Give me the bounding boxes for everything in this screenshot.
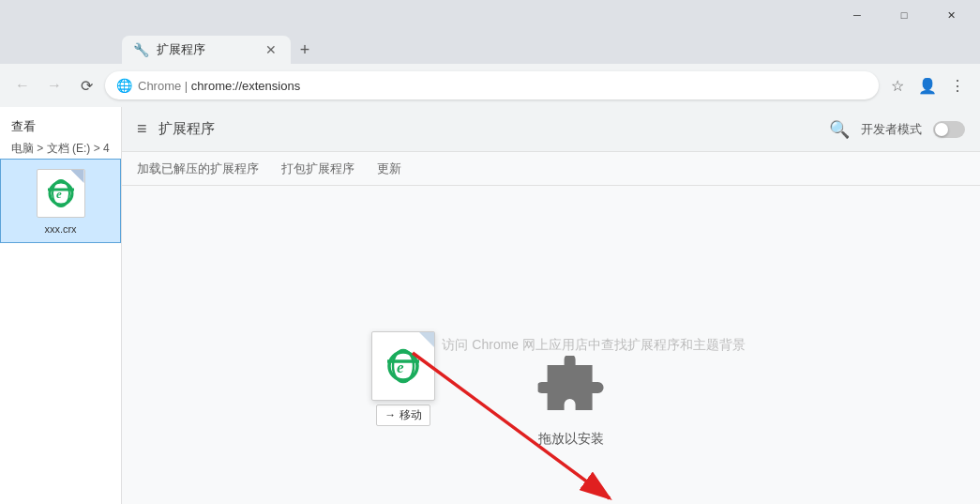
drop-label: 拖放以安装 <box>538 431 604 448</box>
toolbar-right: ☆ 👤 ⋮ <box>884 72 971 99</box>
forward-button[interactable]: → <box>41 72 68 99</box>
ext-menu-icon[interactable]: ≡ <box>137 119 147 139</box>
account-button[interactable]: 👤 <box>914 72 941 99</box>
store-watermark: 访问 Chrome 网上应用店中查找扩展程序和主题背景 <box>442 337 746 354</box>
drag-arrow <box>403 344 647 504</box>
move-badge: → 移动 <box>376 405 430 426</box>
extensions-header: ≡ 扩展程序 🔍 开发者模式 <box>122 107 980 152</box>
file-label: xxx.crx <box>44 223 76 235</box>
dev-mode-label: 开发者模式 <box>861 121 922 138</box>
refresh-button[interactable]: ⟳ <box>73 72 99 99</box>
tab-bar: 🔧 扩展程序 ✕ + <box>0 30 980 64</box>
ext-page-title: 扩展程序 <box>158 120 215 138</box>
minimize-button[interactable]: ─ <box>836 0 879 30</box>
tab-title: 扩展程序 <box>157 41 205 58</box>
view-label[interactable]: 查看 <box>0 115 121 139</box>
toggle-knob <box>935 123 948 136</box>
puzzle-icon <box>537 356 605 423</box>
bookmark-button[interactable]: ☆ <box>884 72 911 99</box>
svg-point-4 <box>389 352 417 380</box>
maximize-button[interactable]: □ <box>882 0 926 30</box>
crx-file-item[interactable]: e xxx.crx <box>0 159 121 243</box>
dev-mode-toggle[interactable] <box>933 121 965 138</box>
drop-target[interactable]: 拖放以安装 <box>537 356 605 448</box>
secure-icon: 🌐 <box>116 78 132 93</box>
main-area: 查看 电脑 > 文档 (E:) > 4 e xxx.crx ≡ <box>0 107 980 504</box>
ext-subheader: 加载已解压的扩展程序 打包扩展程序 更新 <box>122 152 980 186</box>
close-button[interactable]: ✕ <box>929 0 972 30</box>
load-extension-button[interactable]: 加载已解压的扩展程序 <box>137 160 259 177</box>
window-controls: ─ □ ✕ <box>836 0 972 30</box>
ext-search-icon[interactable]: 🔍 <box>829 119 850 140</box>
extensions-tab[interactable]: 🔧 扩展程序 ✕ <box>122 36 291 64</box>
crx-icon: e <box>37 169 85 218</box>
url-display: Chrome | chrome://extensions <box>138 79 867 93</box>
tab-icon: 🔧 <box>133 42 149 57</box>
svg-text:e: e <box>56 187 62 201</box>
file-icon-wrapper: e <box>35 167 87 220</box>
address-bar: ← → ⟳ 🌐 Chrome | chrome://extensions ☆ 👤… <box>0 64 980 107</box>
omnibox[interactable]: 🌐 Chrome | chrome://extensions <box>105 71 879 99</box>
title-bar: ─ □ ✕ <box>0 0 980 30</box>
dragging-file: e → 移动 <box>366 331 441 426</box>
ie-logo-small: e <box>44 176 78 210</box>
ext-content-area: 访问 Chrome 网上应用店中查找扩展程序和主题背景 e → 移动 <box>122 186 980 504</box>
file-sidebar: 查看 电脑 > 文档 (E:) > 4 e xxx.crx <box>0 107 122 504</box>
new-tab-button[interactable]: + <box>291 36 319 64</box>
ie-logo-drag: e <box>383 345 424 387</box>
update-button[interactable]: 更新 <box>377 160 401 177</box>
back-button[interactable]: ← <box>9 72 36 99</box>
breadcrumb: 电脑 > 文档 (E:) > 4 <box>0 139 121 159</box>
svg-point-5 <box>393 350 414 382</box>
pack-extension-button[interactable]: 打包扩展程序 <box>281 160 354 177</box>
dragging-file-icon: e <box>371 331 435 401</box>
menu-button[interactable]: ⋮ <box>944 72 971 99</box>
svg-text:e: e <box>397 359 404 376</box>
extensions-page: ≡ 扩展程序 🔍 开发者模式 加载已解压的扩展程序 打包扩展程序 更新 访问 C… <box>122 107 980 504</box>
tab-close-button[interactable]: ✕ <box>263 41 279 58</box>
